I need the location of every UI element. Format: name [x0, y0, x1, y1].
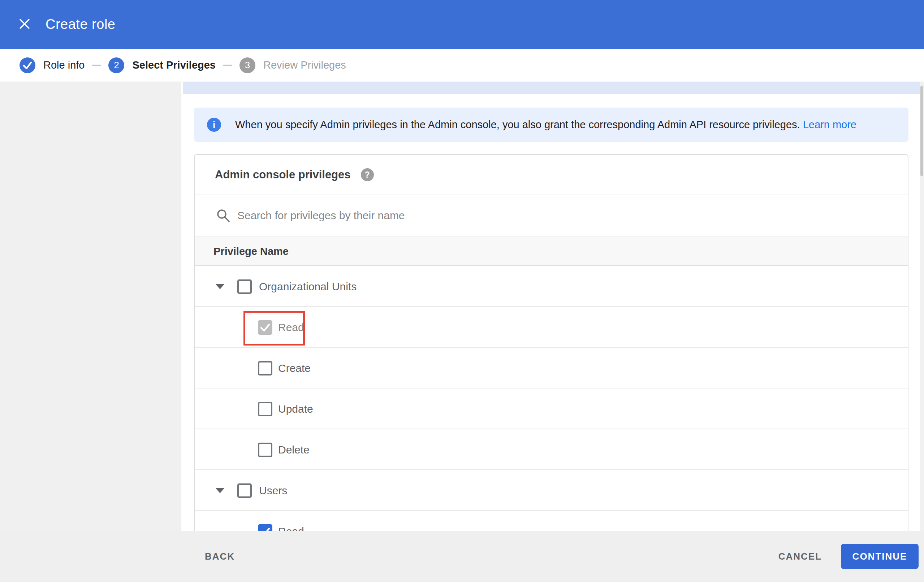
page-title: Create role: [46, 16, 115, 32]
close-button[interactable]: [16, 16, 33, 33]
left-sidebar: [0, 82, 182, 582]
checkbox-delete[interactable]: [258, 443, 272, 457]
banner-message: When you specify Admin privileges in the…: [235, 119, 800, 130]
scrollbar[interactable]: [920, 82, 924, 582]
dialog-header: Create role: [0, 0, 924, 49]
stepper: Role info 2 Select Privileges 3 Review P…: [0, 49, 924, 82]
stepper-connector: [92, 64, 101, 66]
privilege-row-delete: Delete: [195, 429, 908, 470]
checkbox-organizational-units[interactable]: [237, 279, 252, 294]
privilege-row-users: Users: [195, 470, 908, 511]
scrolled-row-remnant: [183, 82, 920, 94]
privilege-label: Users: [259, 470, 287, 511]
privilege-row-create: Create: [195, 348, 908, 389]
card-header: Admin console privileges ?: [195, 155, 908, 195]
stepper-step-select-privileges[interactable]: 2 Select Privileges: [108, 58, 216, 73]
checkbox-read[interactable]: [258, 320, 272, 335]
privileges-card: Admin console privileges ? Privilege Nam…: [194, 154, 909, 582]
privilege-row-organizational-units: Organizational Units: [195, 266, 908, 307]
stepper-step-role-info[interactable]: Role info: [20, 58, 84, 73]
content-area: i When you specify Admin privileges in t…: [0, 82, 924, 582]
search-icon: [216, 208, 231, 224]
learn-more-link[interactable]: Learn more: [803, 119, 856, 130]
privilege-label: Organizational Units: [259, 266, 356, 307]
checkbox-create[interactable]: [258, 361, 272, 376]
stepper-step-review-privileges[interactable]: 3 Review Privileges: [239, 58, 346, 73]
footer-bar: BACK CANCEL CONTINUE: [0, 531, 924, 582]
step-number-badge: 2: [108, 58, 124, 73]
checkbox-users[interactable]: [237, 483, 252, 498]
privilege-row-update: Update: [195, 389, 908, 429]
cancel-button[interactable]: CANCEL: [779, 551, 822, 562]
collapse-caret-icon[interactable]: [215, 488, 225, 493]
privilege-label: Read: [278, 307, 304, 348]
privilege-row-read: Read: [195, 307, 908, 348]
info-banner: i When you specify Admin privileges in t…: [194, 107, 909, 142]
privilege-search-input[interactable]: [237, 195, 851, 236]
step-number-badge: 3: [239, 58, 256, 73]
help-icon[interactable]: ?: [361, 168, 374, 181]
collapse-caret-icon[interactable]: [215, 284, 225, 289]
close-icon: [18, 18, 31, 31]
stepper-connector: [223, 64, 232, 66]
privilege-search-row: [195, 195, 908, 236]
table-header-label: Privilege Name: [213, 236, 289, 266]
scrollbar-thumb[interactable]: [921, 86, 923, 176]
step-label: Review Privileges: [263, 59, 346, 71]
main-panel: i When you specify Admin privileges in t…: [182, 82, 920, 582]
privilege-label: Delete: [278, 429, 310, 470]
privilege-label: Create: [278, 348, 311, 389]
continue-button[interactable]: CONTINUE: [841, 544, 919, 569]
back-button[interactable]: BACK: [205, 551, 235, 562]
card-title: Admin console privileges: [215, 168, 351, 181]
step-label: Role info: [43, 59, 84, 71]
privilege-label: Update: [278, 389, 313, 429]
step-label: Select Privileges: [132, 59, 216, 71]
table-header-row: Privilege Name: [195, 236, 908, 266]
info-icon: i: [207, 118, 221, 132]
step-complete-check-icon: [20, 58, 35, 73]
banner-text: When you specify Admin privileges in the…: [235, 119, 856, 131]
checkbox-update[interactable]: [258, 402, 272, 416]
